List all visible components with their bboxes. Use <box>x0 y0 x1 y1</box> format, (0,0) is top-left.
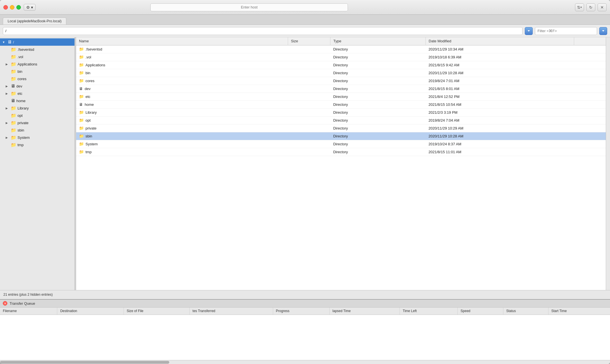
file-size-cell <box>288 100 330 108</box>
sidebar-item-fseventsd[interactable]: 📁 .fseventsd <box>0 46 74 53</box>
table-row[interactable]: 📁 cores Directory 2019/8/24 7:01 AM <box>76 77 606 85</box>
sidebar-item-vol[interactable]: 📁 .vol <box>0 53 74 60</box>
transfer-col-status[interactable]: Status <box>503 308 548 315</box>
transfer-col-elapsed[interactable]: lapsed Time <box>330 308 400 315</box>
file-extra-cell <box>574 108 606 116</box>
sidebar-item-private[interactable]: ▶ 📁 private <box>0 119 74 126</box>
table-row[interactable]: 📁 etc Directory 2021/8/4 12:52 PM <box>76 93 606 100</box>
host-input[interactable] <box>150 3 348 11</box>
file-date-cell: 2021/8/15 11:01 AM <box>426 148 574 156</box>
sidebar-item-dev[interactable]: ▶ 🖥 dev <box>0 82 74 90</box>
table-row[interactable]: 📁 Applications Directory 2021/8/15 9:42 … <box>76 61 606 69</box>
refresh-button[interactable]: ↻ <box>586 3 595 11</box>
filter-input[interactable] <box>535 27 597 35</box>
vertical-scrollbar[interactable] <box>606 37 610 290</box>
close-transfer-button[interactable]: ✕ <box>3 301 7 306</box>
col-header-size[interactable]: Size <box>288 37 330 45</box>
transfer-col-destination[interactable]: Destination <box>57 308 124 315</box>
sidebar-item-etc[interactable]: ▶ 📁 etc <box>0 90 74 97</box>
transfer-col-bytes[interactable]: tes Transferred <box>190 308 273 315</box>
file-size-cell <box>288 116 330 124</box>
transfer-col-starttime[interactable]: Start Time <box>548 308 610 315</box>
file-date-cell: 2021/8/15 8:01 AM <box>426 85 574 93</box>
col-header-date[interactable]: Date Modified <box>426 37 574 45</box>
sidebar-item-bin[interactable]: 📁 bin <box>0 68 74 75</box>
folder-icon: 📁 <box>11 76 16 82</box>
transfer-col-speed[interactable]: Speed <box>458 308 503 315</box>
sidebar-item-library[interactable]: ▶ 📁 Library <box>0 104 74 112</box>
path-dropdown-button[interactable] <box>525 27 533 35</box>
folder-icon: 📁 <box>79 78 84 83</box>
horizontal-scrollbar[interactable] <box>0 360 610 364</box>
sidebar-item-system[interactable]: ▶ 📁 System <box>0 134 74 141</box>
table-row[interactable]: 📁 System Directory 2019/10/24 8:37 AM <box>76 140 606 148</box>
folder-icon: 📁 <box>11 120 16 126</box>
h-scrollbar-thumb[interactable] <box>0 361 169 364</box>
col-header-type[interactable]: Type <box>330 37 426 45</box>
sidebar-item-label: etc <box>17 91 22 96</box>
filter-dropdown-button[interactable] <box>599 27 607 35</box>
file-date-cell: 2020/11/29 10:28 AM <box>426 132 574 140</box>
table-row[interactable]: 📁 bin Directory 2020/11/29 10:28 AM <box>76 69 606 77</box>
sidebar-item-sbin[interactable]: 📁 sbin <box>0 126 74 134</box>
transfer-col-filename[interactable]: Filename <box>0 308 57 315</box>
file-name-text: dev <box>85 87 91 91</box>
file-date-cell: 2021/2/3 3:19 PM <box>426 108 574 116</box>
file-extra-cell <box>574 77 606 85</box>
table-row[interactable]: 📁 private Directory 2020/11/29 10:29 AM <box>76 124 606 132</box>
transfer-col-progress[interactable]: Progress <box>273 308 330 315</box>
file-date-cell: 2019/10/18 6:39 AM <box>426 53 574 61</box>
file-name-text: Applications <box>85 63 105 67</box>
table-row[interactable]: 📁 sbin Directory 2020/11/29 10:28 AM <box>76 132 606 140</box>
expand-arrow-icon: ▶ <box>6 63 10 66</box>
col-header-extra <box>574 37 606 45</box>
transfer-col-timeleft[interactable]: Time Left <box>400 308 458 315</box>
refresh-icon: ↻ <box>589 5 593 10</box>
table-row[interactable]: 📁 tmp Directory 2021/8/15 11:01 AM <box>76 148 606 156</box>
table-row[interactable]: 📁 .vol Directory 2019/10/18 6:39 AM <box>76 53 606 61</box>
tab-local[interactable]: Local (appledeMacBook-Pro.local) <box>3 17 66 25</box>
table-row[interactable]: 📁 Library Directory 2021/2/3 3:19 PM <box>76 108 606 116</box>
transfer-queue-title: Transfer Queue <box>10 301 35 306</box>
gear-chevron-icon: ▾ <box>31 5 33 10</box>
sidebar-item-label: cores <box>17 77 27 81</box>
table-row[interactable]: 📁 opt Directory 2019/8/24 7:04 AM <box>76 116 606 124</box>
sidebar-item-label: .vol <box>17 55 23 59</box>
expand-arrow-icon: ▶ <box>6 121 10 124</box>
file-extra-cell <box>574 148 606 156</box>
file-name-cell: 🖥 dev <box>79 86 285 91</box>
file-type-cell: Directory <box>330 100 426 108</box>
sort-button[interactable]: ⇅ ▾ <box>575 3 584 11</box>
transfer-col-size[interactable]: Size of File <box>124 308 189 315</box>
path-input[interactable] <box>3 27 523 35</box>
folder-icon: 📁 <box>79 150 84 154</box>
folder-icon: 📁 <box>11 135 16 140</box>
file-name-text: etc <box>85 95 90 99</box>
file-type-cell: Directory <box>330 116 426 124</box>
main-content: ▼ 🖥 / 📁 .fseventsd 📁 .vol ▶ 📁 Applicatio… <box>0 37 610 290</box>
file-type-cell: Directory <box>330 148 426 156</box>
table-row[interactable]: 🖥 dev Directory 2021/8/15 8:01 AM <box>76 85 606 93</box>
maximize-button[interactable] <box>16 5 21 10</box>
file-size-cell <box>288 85 330 93</box>
sidebar-item-cores[interactable]: 📁 cores <box>0 75 74 82</box>
expand-arrow-icon: ▶ <box>6 107 10 110</box>
table-row[interactable]: 🖥 home Directory 2021/8/15 10:54 AM <box>76 100 606 108</box>
gear-menu-button[interactable]: ⚙ ▾ <box>24 4 36 11</box>
folder-icon: 📁 <box>11 54 16 60</box>
table-row[interactable]: 📁 .fseventsd Directory 2020/11/29 10:34 … <box>76 45 606 53</box>
sidebar-item-tmp[interactable]: 📁 tmp <box>0 141 74 148</box>
minimize-button[interactable] <box>10 5 14 10</box>
file-size-cell <box>288 140 330 148</box>
sidebar-item-applications[interactable]: ▶ 📁 Applications <box>0 60 74 68</box>
col-header-name[interactable]: Name <box>76 37 288 45</box>
folder-icon: 📁 <box>79 71 84 75</box>
file-size-cell <box>288 132 330 140</box>
sidebar-item-root[interactable]: ▼ 🖥 / <box>0 38 74 46</box>
sidebar-item-home[interactable]: 🖥 home <box>0 97 74 104</box>
sidebar-item-opt[interactable]: 📁 opt <box>0 112 74 119</box>
traffic-lights <box>3 5 21 10</box>
close-button[interactable] <box>3 5 8 10</box>
file-extra-cell <box>574 61 606 69</box>
window-close-button[interactable]: ✕ <box>598 3 607 11</box>
